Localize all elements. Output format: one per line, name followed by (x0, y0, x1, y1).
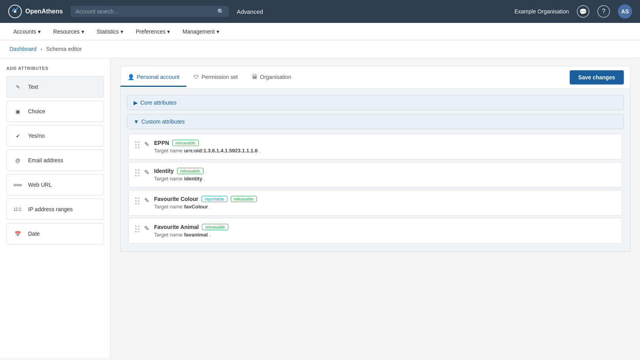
sidebar-item-choice-label: Choice (28, 108, 45, 114)
chevron-down-icon: ▾ (120, 28, 123, 35)
attr-name-favanimal: Favourite Animal (154, 224, 199, 230)
sidebar-item-text[interactable]: ✎ Text (6, 76, 104, 98)
drag-handle-favanimal[interactable] (135, 224, 139, 233)
weburl-icon: www (12, 179, 23, 190)
save-area: Save changes (563, 66, 630, 88)
sidebar-item-text-label: Text (28, 84, 38, 90)
attr-content-favcolour: Favourite Colour reportable releasable T… (154, 196, 616, 210)
attr-name-identity: Identity (154, 168, 174, 174)
chevron-down-icon: ▼ (134, 118, 139, 125)
badge-favanimal-releasable: releasable (202, 224, 228, 230)
edit-icon-favanimal[interactable]: ✎ (144, 224, 149, 232)
core-attributes-header[interactable]: ▶ Core attributes (127, 95, 624, 110)
top-bar: OpenAthens 🔍 Advanced Example Organisati… (0, 0, 640, 23)
nav-accounts[interactable]: Accounts ▾ (8, 23, 46, 40)
breadcrumb-current: Schema editor (46, 46, 82, 52)
attr-name-row-identity: Identity releasable (154, 168, 616, 174)
building-icon: 🏛 (252, 74, 258, 80)
sidebar: ADD ATTRIBUTES ✎ Text ▣ Choice ✔ Yes/no … (0, 58, 111, 359)
email-icon: @ (12, 155, 23, 166)
iprange-icon: 12.2. (12, 204, 23, 215)
sidebar-item-weburl-label: Web URL (28, 182, 52, 188)
custom-attributes-section: ▼ Custom attributes ✎ (127, 114, 624, 245)
attr-target-favcolour: Target name favColour . (154, 204, 616, 210)
breadcrumb-home[interactable]: Dashboard (9, 46, 37, 52)
secondary-nav: Accounts ▾ Resources ▾ Statistics ▾ Pref… (0, 23, 640, 40)
sidebar-item-yesno-label: Yes/no (28, 133, 45, 139)
badge-favcolour-releasable: releasable (231, 196, 257, 202)
attr-card-favcolour: ✎ Favourite Colour reportable releasable… (128, 190, 622, 216)
tab-organisation[interactable]: 🏛 Organisation (245, 68, 298, 87)
date-icon: 📅 (12, 228, 23, 239)
search-icon[interactable]: 🔍 (217, 8, 224, 15)
attr-content-eppn: EPPN releasable Target name urn:oid:1.3.… (154, 140, 616, 154)
org-name: Example Organisation (514, 8, 569, 15)
attribute-cards-list: ✎ EPPN releasable Target name urn:oid:1.… (127, 132, 624, 245)
content-area: 👤 Personal account 🛡 Permission set 🏛 Or… (111, 58, 640, 359)
shield-icon: 🛡 (194, 74, 199, 80)
messages-icon[interactable]: 💬 (577, 5, 589, 18)
drag-handle-eppn[interactable] (135, 140, 139, 148)
core-attributes-label: Core attributes (140, 99, 177, 106)
sidebar-item-iprange[interactable]: 12.2. IP address ranges (6, 199, 104, 220)
main-layout: ADD ATTRIBUTES ✎ Text ▣ Choice ✔ Yes/no … (0, 58, 640, 359)
svg-point-1 (13, 10, 16, 13)
chevron-right-icon: ▶ (134, 99, 138, 106)
nav-preferences[interactable]: Preferences ▾ (130, 23, 175, 40)
target-value-eppn: urn:oid:1.3.6.1.4.1.5923.1.1.1.6 (184, 148, 258, 154)
attr-card-favanimal: ✎ Favourite Animal releasable Target nam… (128, 218, 622, 244)
search-box: 🔍 (71, 6, 229, 17)
sidebar-item-yesno[interactable]: ✔ Yes/no (6, 125, 104, 146)
sidebar-item-date[interactable]: 📅 Date (6, 223, 104, 244)
custom-attributes-header[interactable]: ▼ Custom attributes (127, 114, 624, 129)
attr-name-row-favanimal: Favourite Animal releasable (154, 224, 616, 230)
sidebar-title: ADD ATTRIBUTES (6, 66, 104, 71)
tab-personal-account[interactable]: 👤 Personal account (120, 68, 186, 87)
custom-attributes-label: Custom attributes (141, 118, 185, 125)
chevron-down-icon: ▾ (167, 28, 170, 35)
top-bar-right: Example Organisation 💬 ? AS (514, 4, 632, 19)
attr-content-favanimal: Favourite Animal releasable Target name … (154, 224, 616, 238)
drag-handle-favcolour[interactable] (135, 196, 139, 205)
nav-resources[interactable]: Resources ▾ (48, 23, 90, 40)
badge-favcolour-reportable: reportable (201, 196, 228, 202)
help-icon[interactable]: ? (597, 5, 610, 18)
search-input[interactable] (75, 8, 214, 15)
attr-name-favcolour: Favourite Colour (154, 196, 198, 202)
breadcrumb: Dashboard › Schema editor (0, 40, 640, 58)
sidebar-item-iprange-label: IP address ranges (28, 206, 73, 212)
sidebar-item-email[interactable]: @ Email address (6, 150, 104, 171)
yesno-icon: ✔ (12, 130, 23, 141)
person-icon: 👤 (128, 74, 134, 80)
choice-icon: ▣ (12, 106, 23, 117)
attr-target-identity: Target name identity . (154, 176, 616, 182)
target-value-favcolour: favColour (184, 204, 208, 210)
drag-handle-identity[interactable] (135, 168, 139, 176)
chevron-down-icon: ▾ (38, 28, 41, 35)
logo: OpenAthens (8, 4, 63, 19)
edit-icon-eppn[interactable]: ✎ (144, 140, 149, 148)
save-changes-button[interactable]: Save changes (570, 70, 624, 84)
nav-management[interactable]: Management ▾ (177, 23, 225, 40)
breadcrumb-sep: › (40, 46, 42, 52)
tab-permission-set[interactable]: 🛡 Permission set (186, 68, 245, 87)
sidebar-item-choice[interactable]: ▣ Choice (6, 101, 104, 122)
core-attributes-section: ▶ Core attributes (127, 95, 624, 110)
nav-statistics[interactable]: Statistics ▾ (91, 23, 129, 40)
target-value-identity: identity (184, 176, 202, 182)
attr-name-row-eppn: EPPN releasable (154, 140, 616, 146)
tab-content: ▶ Core attributes ▼ Custom attributes (120, 89, 631, 252)
edit-icon-identity[interactable]: ✎ (144, 168, 149, 176)
sidebar-item-weburl[interactable]: www Web URL (6, 174, 104, 195)
text-icon: ✎ (12, 81, 23, 92)
attr-target-favanimal: Target name favanimal . (154, 232, 616, 238)
logo-text: OpenAthens (25, 8, 63, 15)
sidebar-item-date-label: Date (28, 231, 40, 237)
advanced-link[interactable]: Advanced (237, 8, 263, 15)
avatar[interactable]: AS (618, 4, 632, 19)
badge-identity-releasable: releasable (177, 168, 203, 174)
attr-name-row-favcolour: Favourite Colour reportable releasable (154, 196, 616, 202)
sidebar-item-email-label: Email address (28, 157, 63, 163)
edit-icon-favcolour[interactable]: ✎ (144, 196, 149, 204)
footer: Cookie settings Privacy policy © Copyrig… (0, 359, 640, 364)
